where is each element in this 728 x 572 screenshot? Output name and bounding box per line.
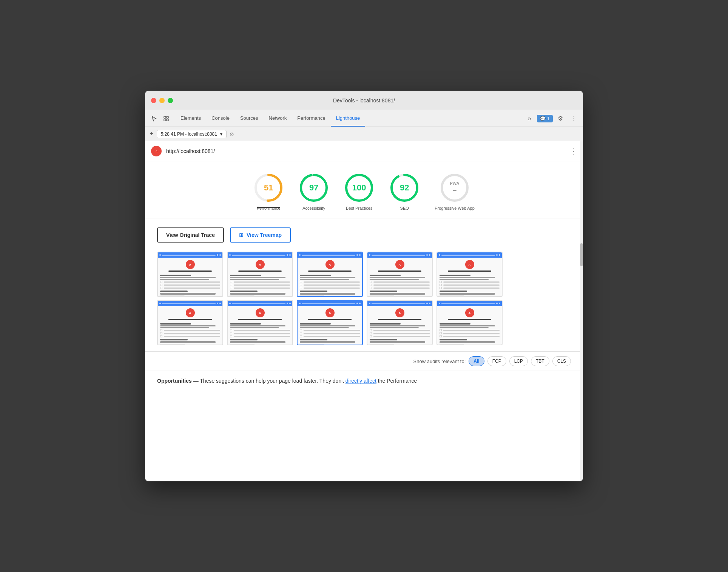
timestamp-label: 5:28:41 PM - localhost:8081: [161, 131, 217, 137]
add-tab-button[interactable]: +: [150, 130, 154, 138]
score-circle-pwa: PWA −: [440, 173, 470, 203]
screenshot-thumb-9: A: [367, 300, 433, 345]
maximize-button[interactable]: [168, 98, 173, 103]
nav-right-controls: » 💬 1 ⚙ ⋮: [523, 113, 580, 125]
url-bar: + 5:28:41 PM - localhost:8081 ▾ ⊘: [145, 127, 583, 141]
screenshot-thumb-4: A: [367, 252, 433, 297]
view-treemap-button[interactable]: ⊞ View Treemap: [230, 227, 291, 243]
cursor-icon[interactable]: [148, 113, 160, 125]
lighthouse-url-bar: 🔺 http://localhost:8081/ ⋮: [145, 141, 583, 161]
filter-label: Show audits relevant to:: [413, 359, 466, 364]
scrollbar-thumb[interactable]: [580, 243, 583, 266]
screenshot-thumb-10: A: [436, 300, 503, 345]
chat-icon: 💬: [540, 116, 546, 121]
tab-performance[interactable]: Performance: [292, 110, 330, 127]
action-buttons: View Original Trace ⊞ View Treemap: [145, 218, 583, 252]
devtools-window: DevTools - localhost:8081/ Elements Cons…: [145, 91, 583, 481]
score-pwa[interactable]: PWA − Progressive Web App: [435, 173, 475, 210]
view-original-trace-button[interactable]: View Original Trace: [157, 227, 224, 243]
score-performance[interactable]: 51 Performance: [253, 173, 284, 210]
audit-filter: Show audits relevant to: All FCP LCP TBT…: [145, 351, 583, 371]
screenshot-thumb-3: A: [297, 252, 363, 297]
inspect-icon[interactable]: [160, 113, 172, 125]
treemap-label: View Treemap: [247, 232, 282, 238]
window-title: DevTools - localhost:8081/: [333, 97, 395, 104]
scores-section: 51 Performance 97 Accessibility: [145, 161, 583, 218]
tab-console[interactable]: Console: [206, 110, 235, 127]
screenshot-thumb-6: A: [157, 300, 223, 345]
devtools-nav: Elements Console Sources Network Perform…: [145, 110, 583, 127]
screenshot-thumb-2: A: [227, 252, 293, 297]
settings-icon[interactable]: ⚙: [554, 113, 566, 125]
nav-tabs: Elements Console Sources Network Perform…: [175, 110, 523, 127]
screenshot-thumb-1: A: [157, 252, 223, 297]
score-value-performance: 51: [264, 183, 273, 193]
svg-rect-1: [167, 116, 168, 118]
opportunities-text-after: the Performance: [378, 378, 417, 384]
screenshot-thumb-8: A: [297, 300, 363, 345]
score-best-practices[interactable]: 100 Best Practices: [344, 173, 374, 210]
pwa-label-top: PWA: [450, 181, 459, 186]
opportunities-section: Opportunities — These suggestions can he…: [145, 371, 583, 391]
ban-icon[interactable]: ⊘: [230, 131, 234, 137]
lighthouse-icon: 🔺: [151, 146, 162, 156]
score-value-accessibility: 97: [309, 183, 318, 193]
tab-network[interactable]: Network: [264, 110, 292, 127]
more-tabs-icon[interactable]: »: [523, 113, 535, 125]
score-circle-seo: 92: [389, 173, 420, 203]
opportunities-title: Opportunities: [157, 378, 192, 384]
score-seo[interactable]: 92 SEO: [389, 173, 420, 210]
devtools-body: 🔺 http://localhost:8081/ ⋮ 51 Per: [145, 141, 583, 481]
thumb-avatar-2: A: [256, 260, 265, 269]
opportunities-link[interactable]: directly affect: [345, 378, 376, 384]
url-input[interactable]: 5:28:41 PM - localhost:8081 ▾: [157, 130, 227, 138]
tab-lighthouse[interactable]: Lighthouse: [331, 110, 366, 127]
title-bar: DevTools - localhost:8081/: [145, 91, 583, 110]
score-circle-accessibility: 97: [299, 173, 329, 203]
close-button[interactable]: [151, 98, 156, 103]
filter-fcp-button[interactable]: FCP: [487, 356, 506, 366]
dropdown-icon: ▾: [220, 131, 222, 137]
badge-count: 1: [547, 116, 550, 121]
window-controls: [151, 98, 173, 103]
score-label-pwa: Progressive Web App: [435, 206, 475, 210]
lighthouse-more-icon[interactable]: ⋮: [569, 147, 577, 156]
filmstrip-row-1: A: [157, 252, 571, 297]
notification-badge-button[interactable]: 💬 1: [537, 115, 553, 122]
filmstrip: A: [145, 252, 583, 351]
score-circle-best-practices: 100: [344, 173, 374, 203]
filter-tbt-button[interactable]: TBT: [531, 356, 549, 366]
filmstrip-row-2: A A A A A: [157, 300, 571, 345]
screenshot-thumb-7: A: [227, 300, 293, 345]
tab-sources[interactable]: Sources: [235, 110, 264, 127]
treemap-icon: ⊞: [239, 232, 244, 238]
score-label-best-practices: Best Practices: [346, 206, 372, 210]
devtools-body-wrapper: 🔺 http://localhost:8081/ ⋮ 51 Per: [145, 141, 583, 481]
lighthouse-url: http://localhost:8081/: [166, 148, 215, 154]
svg-rect-0: [164, 116, 166, 118]
score-label-performance: Performance: [257, 206, 281, 210]
filter-all-button[interactable]: All: [469, 356, 484, 366]
tab-elements[interactable]: Elements: [175, 110, 206, 127]
score-accessibility[interactable]: 97 Accessibility: [299, 173, 329, 210]
pwa-dash: −: [450, 187, 459, 195]
svg-rect-2: [164, 119, 166, 121]
menu-icon[interactable]: ⋮: [568, 113, 580, 125]
score-label-accessibility: Accessibility: [302, 206, 325, 210]
minimize-button[interactable]: [159, 98, 165, 103]
score-value-best-practices: 100: [352, 183, 366, 193]
opportunities-text: Opportunities — These suggestions can he…: [157, 377, 571, 385]
svg-rect-3: [167, 119, 168, 121]
scrollbar-track[interactable]: [580, 141, 583, 481]
score-circle-performance: 51: [253, 173, 284, 203]
score-label-seo: SEO: [400, 206, 409, 210]
filter-lcp-button[interactable]: LCP: [509, 356, 528, 366]
score-value-seo: 92: [400, 183, 409, 193]
filter-cls-button[interactable]: CLS: [552, 356, 571, 366]
screenshot-thumb-5: A: [436, 252, 503, 297]
thumb-avatar: A: [186, 260, 195, 269]
opportunities-description: — These suggestions can help your page l…: [193, 378, 344, 384]
